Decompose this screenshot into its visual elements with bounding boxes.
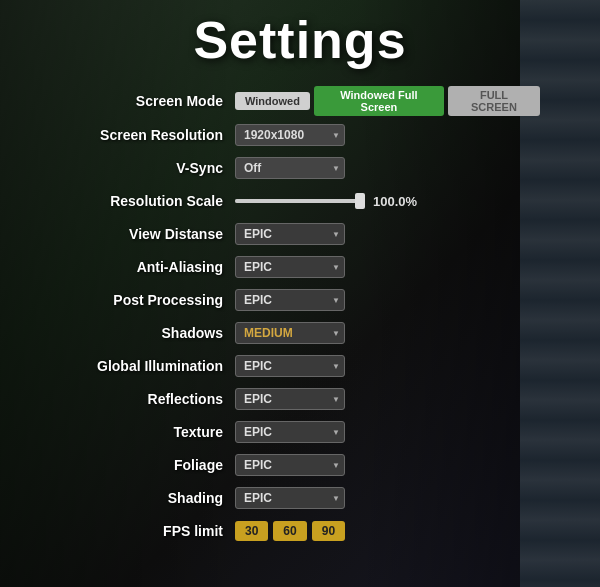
screen-mode-label: Screen Mode bbox=[60, 93, 235, 109]
resolution-scale-label: Resolution Scale bbox=[60, 193, 235, 209]
anti-aliasing-dropdown[interactable]: EPIC bbox=[235, 256, 345, 278]
post-processing-dropdown[interactable]: EPIC bbox=[235, 289, 345, 311]
resolution-scale-value: 100.0% bbox=[373, 194, 417, 209]
post-processing-row: Post Processing EPIC bbox=[60, 286, 540, 314]
vsync-control: Off bbox=[235, 157, 540, 179]
reflections-control: EPIC bbox=[235, 388, 540, 410]
anti-aliasing-control: EPIC bbox=[235, 256, 540, 278]
fps-limit-row: FPS limit 30 60 90 bbox=[60, 517, 540, 545]
fps-limit-label: FPS limit bbox=[60, 523, 235, 539]
screen-mode-row: Screen Mode Windowed Windowed Full Scree… bbox=[60, 86, 540, 116]
view-distance-label: View Distanse bbox=[60, 226, 235, 242]
global-illumination-row: Global Illumination EPIC bbox=[60, 352, 540, 380]
fps-60-button[interactable]: 60 bbox=[273, 521, 306, 541]
screen-resolution-label: Screen Resolution bbox=[60, 127, 235, 143]
fps-90-button[interactable]: 90 bbox=[312, 521, 345, 541]
shading-control: EPIC bbox=[235, 487, 540, 509]
screen-resolution-dropdown[interactable]: 1920x1080 bbox=[235, 124, 345, 146]
resolution-scale-row: Resolution Scale 100.0% bbox=[60, 187, 540, 215]
windowed-fullscreen-button[interactable]: Windowed Full Screen bbox=[314, 86, 444, 116]
foliage-row: Foliage EPIC bbox=[60, 451, 540, 479]
texture-label: Texture bbox=[60, 424, 235, 440]
texture-control: EPIC bbox=[235, 421, 540, 443]
foliage-control: EPIC bbox=[235, 454, 540, 476]
windowed-button[interactable]: Windowed bbox=[235, 92, 310, 110]
shading-row: Shading EPIC bbox=[60, 484, 540, 512]
screen-mode-group: Windowed Windowed Full Screen FULL SCREE… bbox=[235, 86, 540, 116]
global-illumination-label: Global Illumination bbox=[60, 358, 235, 374]
shading-dropdown[interactable]: EPIC bbox=[235, 487, 345, 509]
shading-label: Shading bbox=[60, 490, 235, 506]
resolution-scale-thumb[interactable] bbox=[355, 193, 365, 209]
anti-aliasing-label: Anti-Aliasing bbox=[60, 259, 235, 275]
resolution-scale-fill bbox=[235, 199, 365, 203]
reflections-label: Reflections bbox=[60, 391, 235, 407]
anti-aliasing-row: Anti-Aliasing EPIC bbox=[60, 253, 540, 281]
fps-30-button[interactable]: 30 bbox=[235, 521, 268, 541]
texture-dropdown[interactable]: EPIC bbox=[235, 421, 345, 443]
global-illumination-control: EPIC bbox=[235, 355, 540, 377]
resolution-scale-track bbox=[235, 199, 365, 203]
shadows-dropdown[interactable]: MEDIUM bbox=[235, 322, 345, 344]
post-processing-label: Post Processing bbox=[60, 292, 235, 308]
fullscreen-button[interactable]: FULL SCREEN bbox=[448, 86, 540, 116]
screen-resolution-control: 1920x1080 bbox=[235, 124, 540, 146]
view-distance-row: View Distanse EPIC bbox=[60, 220, 540, 248]
foliage-label: Foliage bbox=[60, 457, 235, 473]
foliage-dropdown[interactable]: EPIC bbox=[235, 454, 345, 476]
vsync-label: V-Sync bbox=[60, 160, 235, 176]
settings-panel: Screen Mode Windowed Windowed Full Scree… bbox=[60, 86, 540, 545]
shadows-row: Shadows MEDIUM bbox=[60, 319, 540, 347]
vsync-row: V-Sync Off bbox=[60, 154, 540, 182]
post-processing-control: EPIC bbox=[235, 289, 540, 311]
texture-row: Texture EPIC bbox=[60, 418, 540, 446]
screen-resolution-row: Screen Resolution 1920x1080 bbox=[60, 121, 540, 149]
page-title: Settings bbox=[193, 10, 406, 70]
reflections-row: Reflections EPIC bbox=[60, 385, 540, 413]
resolution-scale-control: 100.0% bbox=[235, 194, 540, 209]
reflections-dropdown[interactable]: EPIC bbox=[235, 388, 345, 410]
shadows-label: Shadows bbox=[60, 325, 235, 341]
vsync-dropdown[interactable]: Off bbox=[235, 157, 345, 179]
view-distance-control: EPIC bbox=[235, 223, 540, 245]
shadows-control: MEDIUM bbox=[235, 322, 540, 344]
view-distance-dropdown[interactable]: EPIC bbox=[235, 223, 345, 245]
global-illumination-dropdown[interactable]: EPIC bbox=[235, 355, 345, 377]
fps-group: 30 60 90 bbox=[235, 521, 540, 541]
